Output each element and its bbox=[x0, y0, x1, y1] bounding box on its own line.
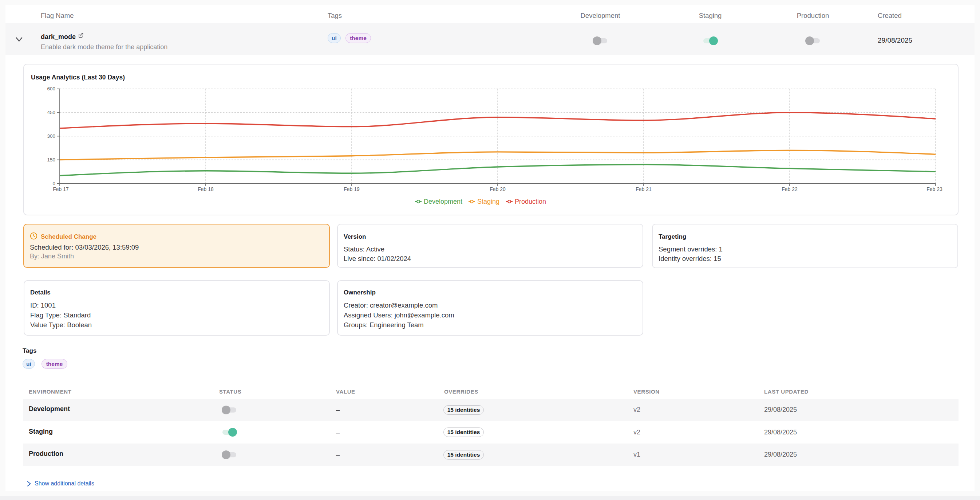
svg-text:Feb 19: Feb 19 bbox=[344, 186, 360, 192]
svg-text:Feb 23: Feb 23 bbox=[926, 186, 942, 192]
svg-text:600: 600 bbox=[47, 86, 55, 91]
svg-text:0: 0 bbox=[52, 181, 55, 186]
svg-text:Feb 20: Feb 20 bbox=[490, 186, 506, 192]
svg-text:Feb 22: Feb 22 bbox=[781, 186, 798, 192]
svg-text:Feb 17: Feb 17 bbox=[53, 186, 69, 192]
svg-text:Feb 18: Feb 18 bbox=[198, 186, 214, 192]
svg-text:300: 300 bbox=[47, 133, 55, 139]
svg-text:Feb 21: Feb 21 bbox=[636, 186, 652, 192]
svg-text:Development: Development bbox=[424, 198, 462, 205]
svg-text:450: 450 bbox=[47, 110, 55, 115]
svg-text:150: 150 bbox=[47, 157, 55, 163]
svg-text:Production: Production bbox=[515, 198, 546, 205]
svg-text:Staging: Staging bbox=[477, 198, 500, 205]
